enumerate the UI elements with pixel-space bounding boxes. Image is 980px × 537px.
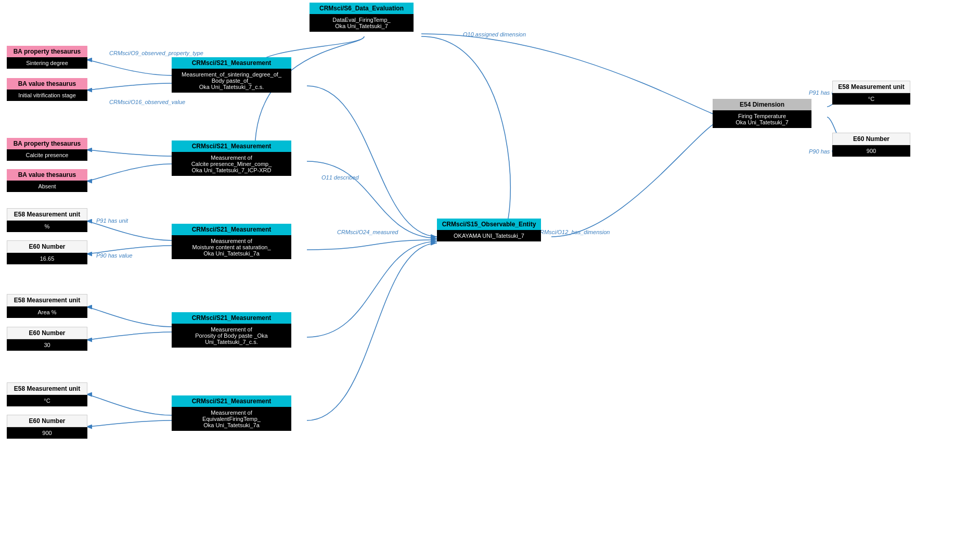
node-unit-percent-body: % — [7, 221, 87, 232]
node-meas-moisture-header: CRMsci/S21_Measurement — [172, 224, 291, 235]
node-measurement-moisture: CRMsci/S21_Measurement Measurement of Mo… — [172, 224, 291, 259]
node-unit-celsius-right-body: °C — [832, 93, 910, 105]
node-meas-calcite-header: CRMsci/S21_Measurement — [172, 140, 291, 152]
node-data-eval-body: DataEval_FiringTemp_ Oka Uni_Tatetsuki_7 — [310, 14, 414, 32]
label-o24: CRMsci/O24_measured — [337, 229, 398, 235]
node-measurement-calcite: CRMsci/S21_Measurement Measurement of Ca… — [172, 140, 291, 176]
node-number-900-left: E60 Number 900 — [7, 415, 87, 439]
node-unit-celsius-left-header: E58 Measurement unit — [7, 382, 87, 395]
node-unit-celsius-right-header: E58 Measurement unit — [832, 81, 910, 93]
node-ba-val-calcite: BA value thesaurus Absent — [7, 169, 87, 192]
label-o9: CRMsci/O9_observed_property_type — [109, 50, 203, 56]
node-ba-val-calcite-body: Absent — [7, 181, 87, 192]
node-number-30-header: E60 Number — [7, 327, 87, 339]
node-meas-sintering-body: Measurement_of_sintering_degree_of_ Body… — [172, 69, 291, 93]
node-number-1665: E60 Number 16.65 — [7, 240, 87, 264]
node-dimension: E54 Dimension Firing Temperature Oka Uni… — [713, 99, 811, 128]
node-unit-celsius-left-body: °C — [7, 395, 87, 406]
label-p91-left: P91 has unit — [96, 218, 128, 224]
label-o12: CRMsci/O12_has_dimension — [536, 229, 610, 235]
node-number-900-left-header: E60 Number — [7, 415, 87, 427]
node-ba-prop-sintering-header: BA property thesaurus — [7, 46, 87, 57]
node-ba-prop-sintering-body: Sintering degree — [7, 57, 87, 69]
node-meas-porosity-header: CRMsci/S21_Measurement — [172, 312, 291, 324]
node-meas-moisture-body: Measurement of Moisture content at satur… — [172, 235, 291, 259]
node-measurement-porosity: CRMsci/S21_Measurement Measurement of Po… — [172, 312, 291, 348]
node-meas-calcite-body: Measurement of Calcite presence_Miner_co… — [172, 152, 291, 176]
node-unit-area-header: E58 Measurement unit — [7, 294, 87, 306]
node-ba-prop-sintering: BA property thesaurus Sintering degree — [7, 46, 87, 69]
node-meas-porosity-body: Measurement of Porosity of Body paste _O… — [172, 324, 291, 348]
node-meas-firing-body: Measurement of EquivalentFiringTemp_ Oka… — [172, 407, 291, 431]
node-measurement-sintering: CRMsci/S21_Measurement Measurement_of_si… — [172, 57, 291, 93]
node-number-1665-header: E60 Number — [7, 240, 87, 253]
node-unit-area-body: Area % — [7, 306, 87, 318]
node-number-900-right: E60 Number 900 — [832, 133, 910, 157]
label-o16: CRMsci/O16_observed_value — [109, 99, 185, 105]
node-unit-celsius-left: E58 Measurement unit °C — [7, 382, 87, 406]
node-observable: CRMsci/S15_Observable_Entity OKAYAMA UNI… — [437, 219, 541, 241]
node-meas-firing-header: CRMsci/S21_Measurement — [172, 395, 291, 407]
node-ba-prop-calcite: BA property thesaurus Calcite presence — [7, 138, 87, 161]
node-ba-val-sintering-body: Initial vitrification stage — [7, 90, 87, 101]
node-ba-val-sintering: BA value thesaurus Initial vitrification… — [7, 78, 87, 101]
node-number-30-body: 30 — [7, 339, 87, 351]
node-data-eval: CRMsci/S6_Data_Evaluation DataEval_Firin… — [310, 3, 414, 32]
node-unit-celsius-right: E58 Measurement unit °C — [832, 81, 910, 105]
node-dimension-header: E54 Dimension — [713, 99, 811, 110]
node-ba-val-sintering-header: BA value thesaurus — [7, 78, 87, 90]
label-p90-left: P90 has value — [96, 252, 133, 259]
label-o11: O11 described — [321, 174, 359, 181]
node-measurement-firing: CRMsci/S21_Measurement Measurement of Eq… — [172, 395, 291, 431]
node-unit-percent-header: E58 Measurement unit — [7, 208, 87, 221]
node-observable-body: OKAYAMA UNI_Tatetsuki_7 — [437, 230, 541, 241]
node-unit-percent: E58 Measurement unit % — [7, 208, 87, 232]
node-number-1665-body: 16.65 — [7, 253, 87, 264]
node-ba-val-calcite-header: BA value thesaurus — [7, 169, 87, 181]
node-number-30: E60 Number 30 — [7, 327, 87, 351]
node-data-eval-header: CRMsci/S6_Data_Evaluation — [310, 3, 414, 14]
node-number-900-right-header: E60 Number — [832, 133, 910, 145]
node-observable-header: CRMsci/S15_Observable_Entity — [437, 219, 541, 230]
node-ba-prop-calcite-header: BA property thesaurus — [7, 138, 87, 149]
node-number-900-left-body: 900 — [7, 427, 87, 439]
label-o10: O10 assigned dimension — [463, 31, 526, 37]
node-unit-area: E58 Measurement unit Area % — [7, 294, 87, 318]
node-number-900-right-body: 900 — [832, 145, 910, 157]
node-dimension-body: Firing Temperature Oka Uni_Tatetsuki_7 — [713, 110, 811, 128]
node-meas-sintering-header: CRMsci/S21_Measurement — [172, 57, 291, 69]
node-ba-prop-calcite-body: Calcite presence — [7, 149, 87, 161]
